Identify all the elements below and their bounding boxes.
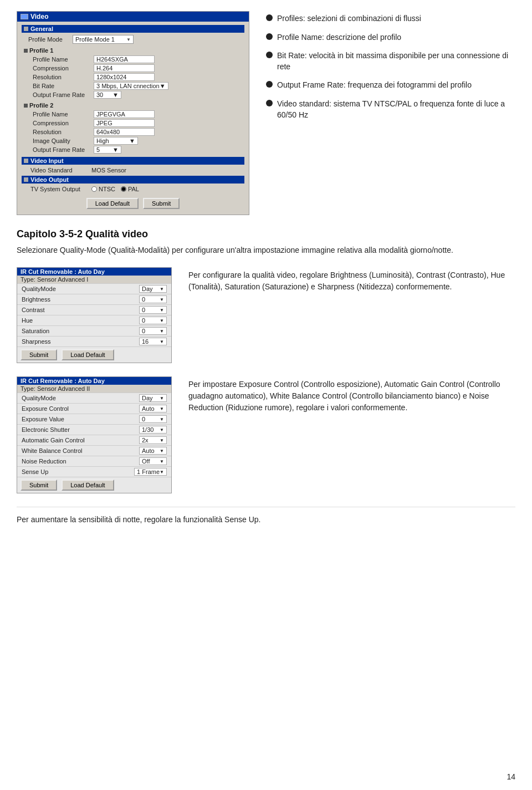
- profile2-block: Profile 2 Profile Name JPEGVGA Compressi…: [22, 102, 244, 154]
- sp-select-qualitymode[interactable]: Day ▼: [139, 285, 167, 293]
- panel-button-row: Load Default Submit: [22, 195, 244, 211]
- bullet-text-bitrate: Bit Rate: velocità in bit massima dispon…: [277, 50, 515, 72]
- imagequality-select[interactable]: High ▼: [94, 137, 138, 145]
- exposure-submit-button[interactable]: Submit: [21, 480, 57, 491]
- panel-title: Video: [30, 13, 48, 21]
- profile2-sq-icon: [24, 104, 28, 108]
- exp-select-exposurevalue[interactable]: 0 ▼: [139, 415, 167, 423]
- sp-row-contrast: Contrast 0 ▼: [17, 305, 171, 315]
- exp-row-exposurevalue: Exposure Value 0 ▼: [17, 414, 171, 425]
- field-label-bitrate1: Bit Rate: [33, 83, 94, 89]
- profile2-field-3: Image Quality High ▼: [24, 137, 244, 145]
- exposure-loaddefault-button[interactable]: Load Default: [62, 480, 114, 491]
- exp-select-exposurecontrol[interactable]: Auto ▼: [139, 405, 167, 412]
- bitrate-select[interactable]: 3 Mbps, LAN cnnection ▼: [94, 82, 168, 90]
- bullet-item-profiles: Profiles: selezioni di combinazioni di f…: [266, 13, 515, 24]
- sp-select-hue[interactable]: 0 ▼: [139, 317, 167, 324]
- panel-body: General Profile Mode Profile Mode 1 ▼ Pr…: [17, 22, 249, 215]
- exp-select-noisereduction[interactable]: Off ▼: [139, 457, 167, 465]
- panel-title-bar: Video: [17, 12, 249, 22]
- sp-label-brightness: Brightness: [22, 296, 139, 303]
- video-input-header: Video Input: [22, 157, 244, 165]
- field-value-profilename2: JPEGVGA: [94, 110, 155, 118]
- sp-row-brightness: Brightness 0 ▼: [17, 294, 171, 305]
- exp-row-noisereduction: Noise Reduction Off ▼: [17, 456, 171, 467]
- framerate1-select[interactable]: 30 ▼: [94, 91, 121, 99]
- profile1-field-2: Resolution 1280x1024: [24, 73, 244, 81]
- exp-select-senseup[interactable]: 1 Frame ▼: [134, 468, 167, 476]
- general-label: General: [30, 26, 53, 32]
- bottom-right-text: Per impostare Exposure Control (Controll…: [188, 376, 515, 493]
- profile-mode-row: Profile Mode Profile Mode 1 ▼: [22, 35, 244, 44]
- mid-right-text: Per configurare la qualità video, regola…: [188, 267, 515, 363]
- exp-row-exposurecontrol: Exposure Control Auto ▼: [17, 404, 171, 414]
- exp-select-wbc[interactable]: Auto ▼: [139, 447, 167, 455]
- bitrate-arrow-icon: ▼: [160, 83, 166, 89]
- top-section: Video General Profile Mode Profile Mode …: [17, 11, 515, 215]
- submit-button[interactable]: Submit: [143, 198, 180, 209]
- profile2-field-4: Output Frame Rate 5 ▼: [24, 146, 244, 154]
- video-input-sq-icon: [24, 159, 28, 163]
- exp-agc-arrow-icon: ▼: [160, 438, 164, 443]
- exposure-panel: IR Cut Removable : Auto Day Type: Sensor…: [17, 376, 172, 493]
- sp-qualitymode-arrow-icon: ▼: [160, 287, 164, 292]
- bottom-section: IR Cut Removable : Auto Day Type: Sensor…: [17, 376, 515, 493]
- pal-radio-dot: [121, 186, 126, 192]
- sp-select-sharpness[interactable]: 16 ▼: [139, 338, 167, 345]
- field-label-resolution2: Resolution: [33, 129, 94, 135]
- field-label-compression1: Compression: [33, 65, 94, 72]
- framerate2-arrow-icon: ▼: [112, 146, 119, 153]
- bullet-text-profiles: Profiles: selezioni di combinazioni di f…: [277, 13, 421, 24]
- profile1-block: Profile 1 Profile Name H264SXGA Compress…: [22, 47, 244, 99]
- bullet-item-outputframerate: Output Frame Rate: frequenza dei fotogra…: [266, 80, 515, 91]
- sp-select-saturation[interactable]: 0 ▼: [139, 327, 167, 335]
- exp-select-agc[interactable]: 2x ▼: [139, 436, 167, 444]
- sp-row-saturation: Saturation 0 ▼: [17, 326, 171, 337]
- profile1-field-4: Output Frame Rate 30 ▼: [24, 91, 244, 99]
- quality-submit-button[interactable]: Submit: [21, 349, 57, 360]
- bullet-list: Profiles: selezioni di combinazioni di f…: [266, 11, 515, 215]
- profile-mode-select[interactable]: Profile Mode 1 ▼: [73, 35, 134, 44]
- profile2-field-1: Compression JPEG: [24, 119, 244, 127]
- pal-radio[interactable]: PAL: [121, 186, 139, 192]
- page-number: 14: [507, 772, 515, 781]
- sp-row-qualitymode: QualityMode Day ▼: [17, 284, 171, 294]
- video-output-sq-icon: [24, 177, 28, 182]
- section-sq-icon: [24, 27, 28, 31]
- imagequality-arrow-icon: ▼: [129, 137, 135, 144]
- framerate2-select[interactable]: 5 ▼: [94, 146, 121, 154]
- video-standard-label: Video Standard: [30, 167, 91, 174]
- sp-select-contrast[interactable]: 0 ▼: [139, 306, 167, 314]
- exp-select-electronicshutter[interactable]: 1/30 ▼: [139, 426, 167, 434]
- framerate1-arrow-icon: ▼: [112, 91, 119, 98]
- exp-row-agc: Automatic Gain Control 2x ▼: [17, 435, 171, 446]
- load-default-button[interactable]: Load Default: [86, 198, 139, 209]
- sp-label-hue: Hue: [22, 317, 139, 324]
- field-label-compression2: Compression: [33, 120, 94, 126]
- sp-row-sharpness: Sharpness 16 ▼: [17, 337, 171, 347]
- profile2-field-2: Resolution 640x480: [24, 128, 244, 136]
- field-label-framerate2: Output Frame Rate: [33, 146, 94, 153]
- exp-select-qualitymode[interactable]: Day ▼: [139, 394, 167, 402]
- bullet-item-videostandard: Video standard: sistema TV NTSC/PAL o fr…: [266, 99, 515, 120]
- field-label-profilename2: Profile Name: [33, 111, 94, 118]
- profile2-title: Profile 2: [24, 102, 244, 109]
- sp-contrast-arrow-icon: ▼: [160, 308, 164, 313]
- chapter-subtext: Selezionare Quality-Mode (Qualità-Modali…: [17, 244, 515, 256]
- exp-label-electronicshutter: Electronic Shutter: [22, 426, 139, 433]
- tv-system-radio-group: NTSC PAL: [91, 186, 139, 192]
- tv-system-row: TV System Output NTSC PAL: [22, 186, 244, 192]
- exp-label-exposurevalue: Exposure Value: [22, 416, 139, 422]
- quality-loaddefault-button[interactable]: Load Default: [62, 349, 114, 360]
- sp-select-brightness[interactable]: 0 ▼: [139, 295, 167, 303]
- tv-system-label: TV System Output: [30, 186, 91, 192]
- field-value-compression1: H.264: [94, 64, 155, 72]
- exp-label-agc: Automatic Gain Control: [22, 437, 139, 444]
- exp-nr-arrow-icon: ▼: [160, 459, 164, 464]
- exposure-btn-row: Submit Load Default: [17, 477, 171, 493]
- quality-type-header: Type: Sensor Advanced I: [17, 276, 171, 284]
- exp-row-senseup: Sense Up 1 Frame ▼: [17, 467, 171, 477]
- field-label-framerate1: Output Frame Rate: [33, 91, 94, 98]
- profile1-title: Profile 1: [24, 47, 244, 54]
- ntsc-radio[interactable]: NTSC: [91, 186, 115, 192]
